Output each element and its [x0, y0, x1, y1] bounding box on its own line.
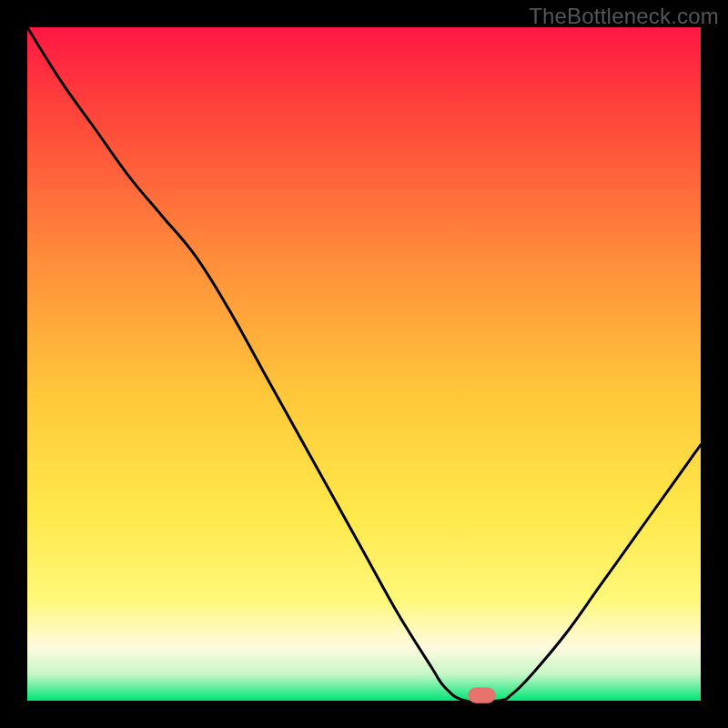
plot-area	[27, 27, 701, 701]
optimal-marker	[469, 688, 496, 703]
watermark-text: TheBottleneck.com	[529, 4, 719, 29]
chart-stage: TheBottleneck.com	[0, 0, 728, 728]
bottleneck-chart	[0, 0, 728, 728]
